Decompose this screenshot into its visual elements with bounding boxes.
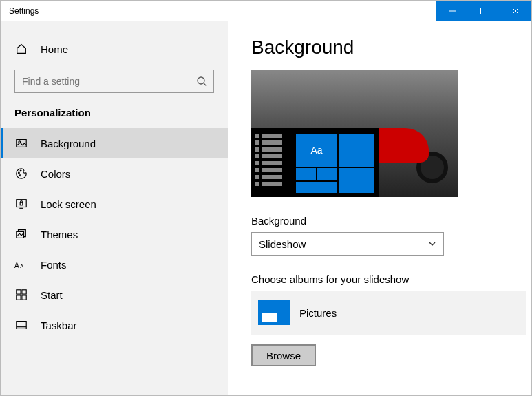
window-controls — [436, 1, 531, 21]
svg-point-10 — [19, 175, 21, 176]
album-name: Pictures — [299, 307, 337, 319]
svg-rect-21 — [17, 322, 26, 329]
folder-thumb-icon — [258, 300, 290, 325]
maximize-icon — [480, 8, 487, 14]
chevron-down-icon — [428, 240, 436, 248]
titlebar: Settings — [1, 1, 531, 21]
browse-button[interactable]: Browse — [251, 344, 316, 366]
sidebar-item-start[interactable]: Start — [1, 280, 228, 310]
palette-icon — [14, 167, 28, 180]
svg-rect-12 — [20, 202, 23, 205]
preview-tile-sample: Aa — [296, 134, 337, 167]
picture-icon — [14, 137, 28, 149]
svg-point-8 — [19, 172, 20, 174]
sidebar: Home Personalization Background — [1, 21, 228, 395]
fonts-icon: AA — [14, 259, 28, 270]
window-title: Settings — [1, 6, 39, 16]
sidebar-item-background[interactable]: Background — [1, 128, 228, 158]
close-button[interactable] — [500, 1, 531, 21]
background-field-label: Background — [251, 215, 508, 227]
select-value: Slideshow — [259, 238, 306, 250]
svg-text:A: A — [20, 263, 23, 269]
background-type-select[interactable]: Slideshow — [251, 232, 444, 256]
body: Home Personalization Background — [1, 21, 531, 395]
search-icon — [196, 76, 207, 87]
sidebar-item-label: Lock screen — [41, 198, 96, 210]
section-title: Personalization — [1, 103, 228, 128]
svg-rect-20 — [22, 295, 26, 300]
minimize-button[interactable] — [436, 1, 468, 21]
home-icon — [14, 43, 28, 55]
svg-line-5 — [204, 83, 206, 86]
preview-start-menu: Aa — [251, 128, 379, 197]
svg-rect-18 — [22, 290, 26, 294]
sidebar-item-themes[interactable]: Themes — [1, 219, 228, 249]
home-label: Home — [41, 43, 68, 55]
minimize-icon — [449, 8, 456, 14]
start-icon — [14, 289, 28, 301]
sidebar-item-colors[interactable]: Colors — [1, 158, 228, 189]
sidebar-item-taskbar[interactable]: Taskbar — [1, 310, 228, 340]
svg-rect-19 — [17, 295, 21, 300]
search-input[interactable] — [14, 70, 214, 93]
sidebar-item-label: Background — [41, 138, 96, 149]
sidebar-item-label: Themes — [41, 229, 78, 240]
sidebar-item-label: Fonts — [41, 259, 67, 271]
search-container — [14, 70, 214, 93]
svg-rect-17 — [17, 290, 21, 294]
browse-button-label: Browse — [266, 350, 301, 362]
sidebar-item-label: Taskbar — [41, 320, 77, 331]
taskbar-icon — [14, 319, 28, 331]
lock-screen-icon — [14, 198, 28, 210]
sidebar-item-label: Colors — [41, 168, 70, 180]
sidebar-item-label: Start — [41, 289, 63, 301]
svg-point-9 — [20, 170, 21, 171]
albums-field-label: Choose albums for your slideshow — [251, 273, 508, 285]
maximize-button[interactable] — [468, 1, 500, 21]
settings-window: Settings Home — [0, 0, 532, 396]
svg-rect-1 — [481, 8, 487, 14]
main-content: Background — [228, 21, 531, 395]
background-preview: Aa — [251, 70, 458, 197]
sidebar-item-fonts[interactable]: AA Fonts — [1, 249, 228, 280]
page-title: Background — [251, 37, 508, 59]
home-link[interactable]: Home — [1, 34, 228, 64]
themes-icon — [14, 228, 28, 240]
close-icon — [512, 8, 519, 14]
svg-point-4 — [198, 77, 204, 84]
nav-list: Background Colors Lock screen — [1, 128, 228, 340]
sidebar-item-lock-screen[interactable]: Lock screen — [1, 189, 228, 219]
svg-rect-14 — [17, 231, 24, 238]
album-item[interactable]: Pictures — [251, 291, 526, 335]
svg-text:A: A — [14, 262, 19, 269]
